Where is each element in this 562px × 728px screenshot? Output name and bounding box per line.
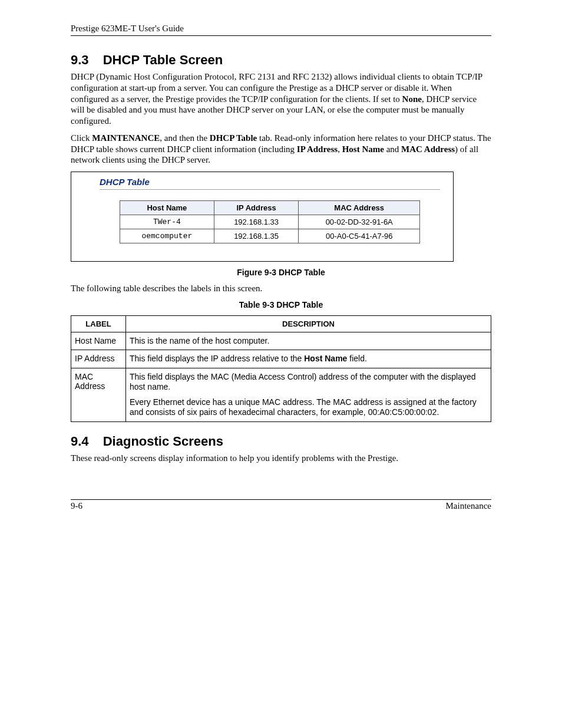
section-title: Diagnostic Screens xyxy=(103,434,223,449)
cell-label: MAC Address xyxy=(71,368,126,421)
cell-mac: 00-A0-C5-41-A7-96 xyxy=(299,229,420,243)
table-row: MAC Address This field displays the MAC … xyxy=(71,368,491,421)
col-label: LABEL xyxy=(71,315,126,332)
section-number: 9.3 xyxy=(71,52,89,68)
col-mac-address: MAC Address xyxy=(299,201,420,215)
table-row: IP Address This field displays the IP ad… xyxy=(71,350,491,368)
dhcp-table: Host Name IP Address MAC Address TWer-4 … xyxy=(120,200,420,243)
table-row: TWer-4 192.168.1.33 00-02-DD-32-91-6A xyxy=(120,215,420,229)
footer-section: Maintenance xyxy=(446,501,491,511)
cell-desc: This field displays the IP address relat… xyxy=(126,350,491,368)
cell-label: IP Address xyxy=(71,350,126,368)
sec93-paragraph-2: Click MAINTENANCE, and then the DHCP Tab… xyxy=(71,133,491,166)
cell-ip: 192.168.1.33 xyxy=(214,215,299,229)
col-ip-address: IP Address xyxy=(214,201,299,215)
sec93-paragraph-1: DHCP (Dynamic Host Configuration Protoco… xyxy=(71,71,491,127)
table-row: oemcomputer 192.168.1.35 00-A0-C5-41-A7-… xyxy=(120,229,420,243)
guide-title: Prestige 623ME-T User's Guide xyxy=(71,24,184,33)
page-footer: 9-6 Maintenance xyxy=(71,499,491,511)
cell-host: oemcomputer xyxy=(120,229,214,243)
cell-mac: 00-02-DD-32-91-6A xyxy=(299,215,420,229)
dhcp-panel-title: DHCP Table xyxy=(100,177,446,187)
dhcp-table-screenshot: DHCP Table Host Name IP Address MAC Addr… xyxy=(71,172,454,262)
cell-label: Host Name xyxy=(71,332,126,350)
page-number: 9-6 xyxy=(71,501,82,511)
table-row: Host Name This is the name of the host c… xyxy=(71,332,491,350)
section-9-3-heading: 9.3 DHCP Table Screen xyxy=(71,52,491,68)
section-9-4-heading: 9.4 Diagnostic Screens xyxy=(71,434,491,449)
sec94-paragraph-1: These read-only screens display informat… xyxy=(71,453,491,464)
table-header-row: Host Name IP Address MAC Address xyxy=(120,201,420,215)
col-description: DESCRIPTION xyxy=(126,315,491,332)
table-caption: Table 9-3 DHCP Table xyxy=(71,300,491,309)
section-title: DHCP Table Screen xyxy=(103,52,223,67)
description-table: LABEL DESCRIPTION Host Name This is the … xyxy=(71,315,491,422)
section-number: 9.4 xyxy=(71,434,89,449)
page-header: Prestige 623ME-T User's Guide xyxy=(71,24,491,36)
cell-desc: This field displays the MAC (Media Acces… xyxy=(126,368,491,421)
cell-host: TWer-4 xyxy=(120,215,214,229)
col-host-name: Host Name xyxy=(120,201,214,215)
table-header-row: LABEL DESCRIPTION xyxy=(71,315,491,332)
dhcp-panel-divider xyxy=(100,189,440,190)
cell-desc: This is the name of the host computer. xyxy=(126,332,491,350)
mid-sentence: The following table describes the labels… xyxy=(71,283,491,294)
figure-caption: Figure 9-3 DHCP Table xyxy=(71,268,491,277)
cell-ip: 192.168.1.35 xyxy=(214,229,299,243)
